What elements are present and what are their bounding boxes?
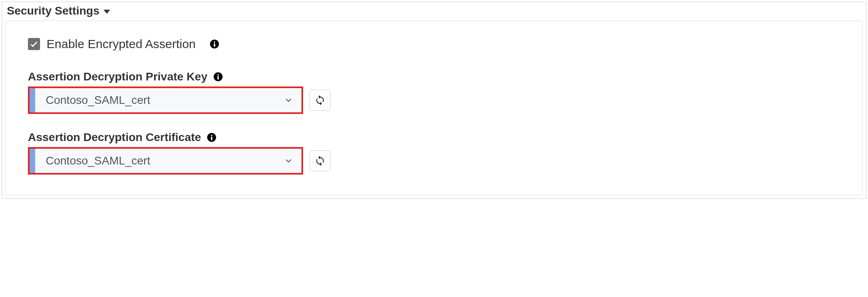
panel-body: Enable Encrypted Assertion Assertion Dec… xyxy=(5,21,863,195)
field-input-row: Contoso_SAML_cert xyxy=(28,86,846,114)
assertion-decryption-certificate-field: Assertion Decryption Certificate Contoso… xyxy=(28,131,846,175)
info-icon[interactable] xyxy=(213,72,223,82)
check-icon xyxy=(30,40,38,48)
enable-encrypted-assertion-row: Enable Encrypted Assertion xyxy=(28,37,846,51)
private-key-refresh-button[interactable] xyxy=(310,90,331,111)
private-key-select-value: Contoso_SAML_cert xyxy=(46,94,150,107)
certificate-select-value: Contoso_SAML_cert xyxy=(46,154,150,167)
refresh-icon xyxy=(314,155,326,166)
assertion-decryption-private-key-field: Assertion Decryption Private Key Contoso… xyxy=(28,70,846,114)
certificate-select[interactable]: Contoso_SAML_cert xyxy=(28,147,303,175)
svg-rect-8 xyxy=(211,137,212,140)
certificate-label: Assertion Decryption Certificate xyxy=(28,131,201,144)
chevron-down-icon xyxy=(284,95,293,105)
field-label-row: Assertion Decryption Certificate xyxy=(28,131,846,144)
private-key-select[interactable]: Contoso_SAML_cert xyxy=(28,86,303,114)
svg-rect-5 xyxy=(217,76,219,80)
svg-rect-2 xyxy=(214,43,215,47)
svg-point-4 xyxy=(217,74,219,76)
info-icon[interactable] xyxy=(210,39,219,49)
svg-point-1 xyxy=(214,41,215,43)
svg-point-7 xyxy=(211,135,212,136)
caret-down-icon xyxy=(104,10,110,14)
certificate-refresh-button[interactable] xyxy=(310,150,331,171)
enable-encrypted-assertion-label: Enable Encrypted Assertion xyxy=(47,37,196,51)
refresh-icon xyxy=(314,95,326,106)
panel-header-toggle[interactable]: Security Settings xyxy=(5,4,863,21)
private-key-label: Assertion Decryption Private Key xyxy=(28,70,208,83)
chevron-down-icon xyxy=(284,156,293,166)
field-label-row: Assertion Decryption Private Key xyxy=(28,70,846,83)
panel-title: Security Settings xyxy=(7,4,100,17)
info-icon[interactable] xyxy=(207,133,216,142)
enable-encrypted-assertion-checkbox[interactable] xyxy=(28,38,40,50)
field-input-row: Contoso_SAML_cert xyxy=(28,147,846,175)
security-settings-panel: Security Settings Enable Encrypted Asser… xyxy=(2,2,866,199)
